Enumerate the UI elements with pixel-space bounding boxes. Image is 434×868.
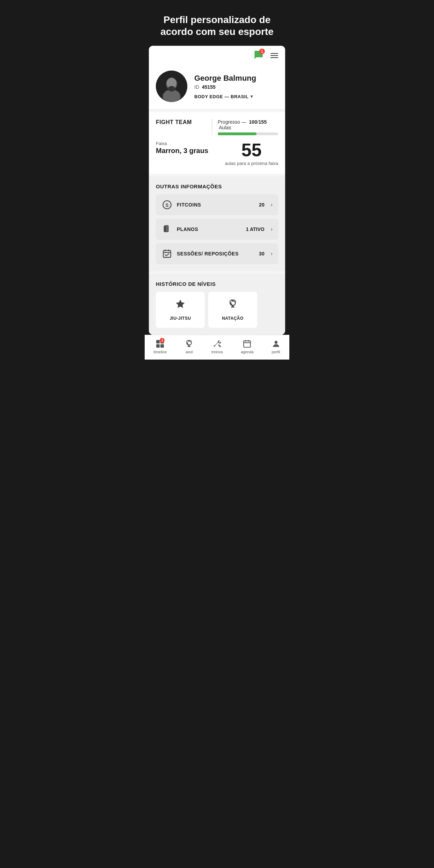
card-header: 1 [149,46,285,65]
progress-section: Progresso — 100/155 Aulas [218,119,278,135]
planos-item[interactable]: PLANOS 1 ATIVO › [156,219,278,240]
fight-team-left: FIGHT TEAM [156,119,206,125]
belt-label: Faixa [156,141,225,146]
nav-agenda[interactable]: agenda [238,338,256,355]
fitcoins-arrow-icon: › [271,202,273,208]
svg-rect-15 [244,341,251,347]
calendar-check-icon [161,248,173,259]
planos-arrow-icon: › [271,226,273,232]
fight-team-divider [212,119,212,135]
fight-team-header: FIGHT TEAM Progresso — 100/155 Aulas [156,119,278,135]
jiujitsu-card[interactable]: JIU-JITSU [156,292,205,328]
fight-team-label: FIGHT TEAM [156,119,206,125]
fitcoins-label: FITCOINS [177,202,255,208]
historico-section: HISTÓRICO DE NÍVEIS JIU-JITSU NATAÇÃO [149,274,285,335]
progress-text: Progresso — [218,119,246,125]
progress-bar-background [218,132,278,135]
coin-icon: S [161,199,173,210]
plans-icon [161,224,173,235]
planos-label: PLANOS [177,226,242,232]
main-card: 1 George Balmung [149,46,285,335]
other-info-section: OUTRAS INFORMAÇÕES S FITCOINS 20 › PLANO… [149,176,285,271]
fitcoins-value: 20 [259,202,265,208]
sessoes-value: 30 [259,251,265,256]
fight-team-section: FIGHT TEAM Progresso — 100/155 Aulas Fai… [149,112,285,174]
wod-trophy-icon [185,339,194,348]
natacao-label: NATAÇÃO [222,316,244,321]
sport-cards: JIU-JITSU NATAÇÃO [156,292,278,328]
sessoes-label: SESSÕES/ REPOSIÇÕES [177,251,255,256]
jiujitsu-label: JIU-JITSU [169,316,191,321]
menu-line-2 [270,55,278,56]
nav-treinos[interactable]: treinos [209,338,226,355]
star-icon [175,299,186,312]
nav-timeline-label: timeline [153,350,167,354]
belt-value: Marron, 3 graus [156,147,225,155]
nav-treinos-label: treinos [211,350,223,354]
belt-info: Faixa Marron, 3 graus [156,141,225,155]
sessoes-item[interactable]: SESSÕES/ REPOSIÇÕES 30 › [156,243,278,264]
profile-id-value: 45155 [202,84,216,90]
progress-total: 155 [259,119,267,125]
fitcoins-item[interactable]: S FITCOINS 20 › [156,194,278,215]
person-icon [272,339,281,348]
tools-icon [213,339,222,348]
svg-text:S: S [165,202,168,208]
classes-number: 55 [225,141,278,159]
notification-button[interactable]: 1 [254,50,263,61]
hero-section: Perfil personalizado de acordo com seu e… [145,0,289,46]
profile-name: George Balmung [194,74,278,83]
progress-label: Progresso — 100/155 Aulas [218,119,278,130]
other-info-title: OUTRAS INFORMAÇÕES [156,183,278,189]
profile-org-name: BODY EDGE — BRASIL [194,94,248,99]
menu-button[interactable] [269,52,280,59]
svg-point-5 [168,86,175,92]
planos-value: 1 ATIVO [246,226,265,232]
calendar-icon [243,339,252,348]
svg-rect-11 [164,251,171,258]
progress-current: 100 [249,119,257,125]
nav-wod-label: wod [186,350,193,354]
nav-perfil-label: perfil [272,350,280,354]
hero-title: Perfil personalizado de acordo com seu e… [152,14,282,37]
chevron-down-icon: ▾ [251,94,253,99]
nav-perfil[interactable]: perfil [269,338,283,355]
nav-wod[interactable]: wod [182,338,196,355]
svg-point-19 [274,341,277,344]
profile-section: George Balmung ID 45155 BODY EDGE — BRAS… [149,65,285,109]
profile-org[interactable]: BODY EDGE — BRASIL ▾ [194,94,278,99]
natacao-card[interactable]: NATAÇÃO [208,292,257,328]
svg-rect-10 [166,225,168,232]
classes-text: aulas para a próxima faixa [225,160,278,167]
belt-row: Faixa Marron, 3 graus 55 aulas para a pr… [156,141,278,167]
trophy-icon [227,299,238,312]
progress-unit: Aulas [219,125,231,130]
profile-id: ID 45155 [194,84,278,90]
avatar-image [156,71,187,102]
nav-agenda-label: agenda [241,350,254,354]
profile-id-label: ID [194,84,199,90]
classes-needed: 55 aulas para a próxima faixa [225,141,278,167]
menu-line-3 [270,57,278,58]
bottom-nav: 1 timeline wod treinos [145,335,289,360]
historico-title: HISTÓRICO DE NÍVEIS [156,281,278,287]
sessoes-arrow-icon: › [271,251,273,257]
avatar [156,71,187,102]
progress-bar-fill [218,132,256,135]
profile-info: George Balmung ID 45155 BODY EDGE — BRAS… [194,74,278,99]
notification-badge: 1 [259,49,265,54]
nav-timeline[interactable]: 1 timeline [151,338,169,355]
menu-line-1 [270,53,278,54]
